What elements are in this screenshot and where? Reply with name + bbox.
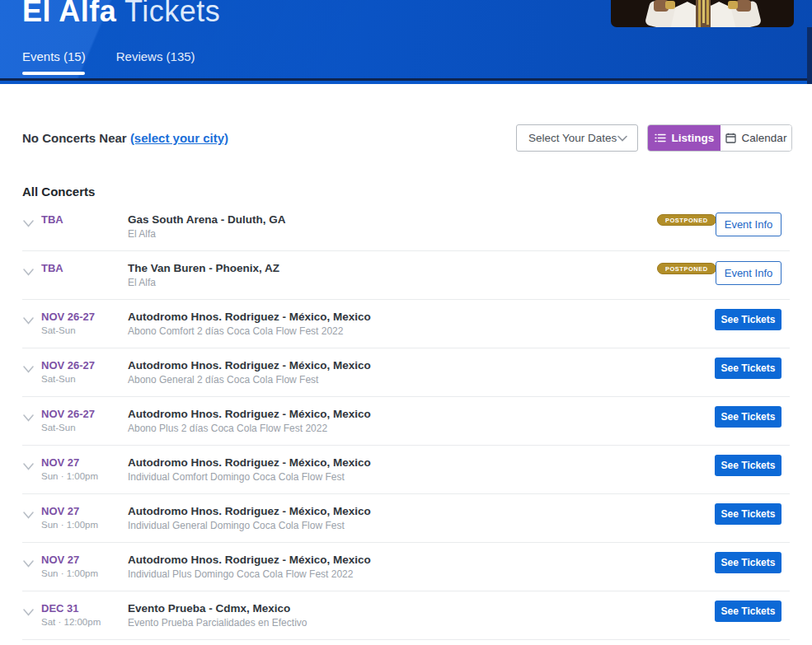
- chevron-down-icon[interactable]: [22, 460, 35, 470]
- page-title-artist: El Alfa: [22, 0, 116, 28]
- controls-right: Select Your Dates Listings: [516, 124, 792, 152]
- event-info-column: Autodromo Hnos. Rodriguez - México, Mexi…: [128, 554, 551, 580]
- page-title-suffix: Tickets: [116, 0, 220, 28]
- event-date-column: NOV 26-27 Sat-Sun: [41, 311, 124, 335]
- event-action-button[interactable]: Event Info: [716, 261, 781, 285]
- event-date: NOV 26-27: [41, 408, 124, 420]
- event-subdate: Sat-Sun: [41, 374, 124, 384]
- event-action-button[interactable]: See Tickets: [715, 503, 781, 525]
- chevron-down-icon[interactable]: [22, 265, 35, 275]
- section-title: All Concerts: [22, 185, 95, 199]
- event-detail: Evento Prueba Parcialidades en Efectivo: [128, 617, 551, 629]
- event-row: NOV 27 Sun · 1:00pm Autodromo Hnos. Rodr…: [22, 494, 790, 543]
- event-venue: Autodromo Hnos. Rodriguez - México, Mexi…: [128, 408, 551, 420]
- chevron-down-icon[interactable]: [22, 314, 35, 324]
- calendar-toggle-label: Calendar: [742, 132, 787, 144]
- event-row: DEC 31 Sat · 12:00pm Evento Prueba - Cdm…: [22, 591, 790, 640]
- event-info-column: Autodromo Hnos. Rodriguez - México, Mexi…: [128, 505, 551, 531]
- chevron-down-icon[interactable]: [22, 411, 35, 421]
- event-subdate: Sat-Sun: [41, 423, 124, 432]
- event-date-column: NOV 26-27 Sat-Sun: [41, 359, 124, 384]
- page-title: El Alfa Tickets: [22, 0, 220, 29]
- event-detail: Abono Comfort 2 días Coca Cola Flow Fest…: [128, 325, 551, 337]
- event-date: DEC 31: [41, 602, 124, 615]
- event-date: TBA: [41, 213, 124, 226]
- event-action-button[interactable]: See Tickets: [715, 309, 781, 330]
- artist-photo: [611, 0, 794, 27]
- event-date-column: NOV 26-27 Sat-Sun: [41, 408, 124, 432]
- event-subdate: Sat-Sun: [41, 325, 124, 335]
- event-date: NOV 26-27: [41, 311, 124, 323]
- calendar-icon: [725, 133, 736, 143]
- select-city-link[interactable]: (select your city): [130, 131, 228, 145]
- no-concerts-text: No Concerts Near (select your city): [22, 131, 228, 145]
- status-badge: POSTPONED: [657, 263, 716, 274]
- event-action-button[interactable]: See Tickets: [715, 455, 781, 476]
- event-subdate: Sun · 1:00pm: [41, 471, 124, 481]
- event-action-button[interactable]: See Tickets: [715, 552, 781, 573]
- event-date-column: DEC 31 Sat · 12:00pm: [41, 602, 124, 627]
- chevron-down-icon[interactable]: [22, 362, 35, 372]
- event-action-button[interactable]: See Tickets: [715, 406, 781, 428]
- chevron-down-icon: [617, 132, 627, 144]
- event-date: NOV 27: [41, 505, 124, 517]
- event-venue: Autodromo Hnos. Rodriguez - México, Mexi…: [128, 456, 551, 469]
- controls-row: No Concerts Near (select your city) Sele…: [22, 124, 792, 152]
- calendar-toggle-button[interactable]: Calendar: [720, 125, 791, 151]
- event-row: TBA The Van Buren - Phoenix, AZ El Alfa …: [22, 251, 790, 300]
- event-action-button[interactable]: See Tickets: [715, 358, 781, 379]
- artist-photo-shape: [665, 1, 675, 9]
- event-venue: Autodromo Hnos. Rodriguez - México, Mexi…: [128, 505, 551, 517]
- event-date: NOV 27: [41, 456, 124, 469]
- event-date-column: NOV 27 Sun · 1:00pm: [41, 554, 124, 578]
- event-action-button[interactable]: See Tickets: [715, 601, 781, 622]
- event-date-column: TBA: [41, 213, 124, 228]
- listings-toggle-button[interactable]: Listings: [648, 125, 720, 151]
- event-date-column: NOV 27 Sun · 1:00pm: [41, 505, 124, 530]
- event-detail: El Alfa: [128, 228, 551, 240]
- event-row: TBA Gas South Arena - Duluth, GA El Alfa…: [22, 203, 790, 251]
- event-row: NOV 26-27 Sat-Sun Autodromo Hnos. Rodrig…: [22, 348, 790, 397]
- event-info-column: Autodromo Hnos. Rodriguez - México, Mexi…: [128, 408, 551, 434]
- event-info-column: Evento Prueba - Cdmx, Mexico Evento Prue…: [128, 602, 551, 629]
- event-venue: The Van Buren - Phoenix, AZ: [128, 262, 551, 274]
- chevron-down-icon[interactable]: [22, 605, 35, 615]
- artist-photo-shape: [736, 0, 751, 12]
- dates-dropdown[interactable]: Select Your Dates: [516, 124, 638, 152]
- event-detail: Abono Plus 2 días Coca Cola Flow Fest 20…: [128, 423, 551, 434]
- header-edge-shadow: [807, 27, 812, 84]
- event-row: NOV 26-27 Sat-Sun Autodromo Hnos. Rodrig…: [22, 300, 790, 348]
- event-subdate: Sun · 1:00pm: [41, 568, 124, 578]
- event-list: TBA Gas South Arena - Duluth, GA El Alfa…: [22, 203, 790, 640]
- active-tab-underline: [22, 72, 85, 75]
- event-date: NOV 26-27: [41, 359, 124, 372]
- event-venue: Autodromo Hnos. Rodriguez - México, Mexi…: [128, 311, 551, 323]
- event-date-column: NOV 27 Sun · 1:00pm: [41, 456, 124, 481]
- tab-reviews[interactable]: Reviews (135): [116, 49, 195, 63]
- event-row: NOV 27 Sun · 1:00pm Autodromo Hnos. Rodr…: [22, 446, 790, 494]
- event-detail: Individual Comfort Domingo Coca Cola Flo…: [128, 471, 551, 483]
- chevron-down-icon[interactable]: [22, 217, 35, 227]
- event-info-column: The Van Buren - Phoenix, AZ El Alfa: [128, 262, 551, 288]
- chevron-down-icon[interactable]: [22, 508, 35, 518]
- artist-photo-shape: [698, 0, 701, 27]
- artist-photo-shape: [706, 0, 709, 25]
- tab-events[interactable]: Events (15): [22, 49, 86, 63]
- event-date: NOV 27: [41, 554, 124, 566]
- header-glow-strip: [0, 81, 812, 84]
- event-action-button[interactable]: Event Info: [716, 213, 781, 236]
- event-info-column: Autodromo Hnos. Rodriguez - México, Mexi…: [128, 456, 551, 483]
- chevron-down-icon[interactable]: [22, 557, 35, 567]
- event-venue: Evento Prueba - Cdmx, Mexico: [128, 602, 551, 615]
- event-venue: Gas South Arena - Duluth, GA: [128, 213, 551, 226]
- status-badge: POSTPONED: [657, 214, 716, 226]
- tab-bar: Events (15) Reviews (135): [22, 49, 195, 63]
- event-row: NOV 27 Sun · 1:00pm Autodromo Hnos. Rodr…: [22, 543, 790, 591]
- event-subdate: Sun · 1:00pm: [41, 520, 124, 530]
- event-info-column: Autodromo Hnos. Rodriguez - México, Mexi…: [128, 359, 551, 386]
- listings-toggle-label: Listings: [672, 132, 715, 144]
- event-row: NOV 26-27 Sat-Sun Autodromo Hnos. Rodrig…: [22, 397, 790, 446]
- event-subdate: Sat · 12:00pm: [41, 617, 124, 627]
- dates-dropdown-label: Select Your Dates: [528, 132, 617, 144]
- list-icon: [655, 133, 666, 143]
